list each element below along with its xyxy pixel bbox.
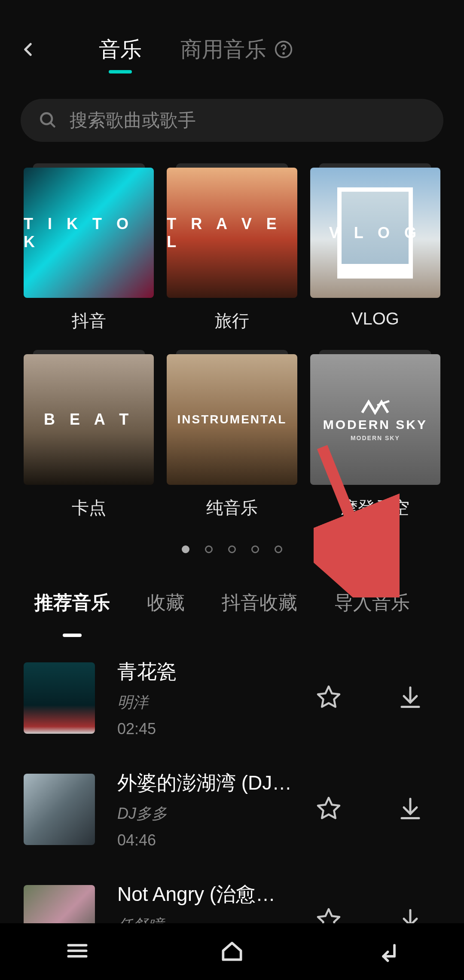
song-row[interactable]: 外婆的澎湖湾 (DJ版) DJ多多 04:46 bbox=[24, 770, 440, 849]
tab-commercial-wrap[interactable]: 商用音乐 bbox=[180, 35, 293, 64]
category-label: 摩登天空 bbox=[341, 496, 409, 520]
tab-favorites[interactable]: 收藏 bbox=[147, 590, 185, 616]
song-info: 青花瓷 明洋 02:45 bbox=[117, 658, 293, 738]
category-thumb: V L O G bbox=[310, 168, 440, 298]
category-modernsky[interactable]: MODERN SKY MODERN SKY 摩登天空 bbox=[310, 354, 440, 519]
tab-recommended[interactable]: 推荐音乐 bbox=[34, 590, 110, 616]
tab-import-music[interactable]: 导入音乐 bbox=[334, 590, 410, 616]
song-artist: DJ多多 bbox=[117, 803, 293, 824]
search-input[interactable] bbox=[70, 110, 426, 131]
category-grid: T I K T O K 抖音 T R A V E L 旅行 V L O G VL… bbox=[0, 159, 464, 520]
song-cover bbox=[24, 662, 95, 734]
category-label: 纯音乐 bbox=[206, 496, 258, 520]
svg-line-3 bbox=[51, 123, 54, 126]
song-artist: 明洋 bbox=[117, 692, 293, 713]
svg-point-1 bbox=[283, 53, 284, 54]
song-title: 青花瓷 bbox=[117, 658, 293, 685]
pager-dot[interactable] bbox=[182, 545, 189, 553]
search-icon bbox=[38, 110, 57, 131]
song-info: 外婆的澎湖湾 (DJ版) DJ多多 04:46 bbox=[117, 770, 293, 849]
top-tabs: 音乐 商用音乐 bbox=[99, 35, 293, 64]
system-nav-bar bbox=[0, 923, 464, 980]
list-tabs: 推荐音乐 收藏 抖音收藏 导入音乐 bbox=[0, 553, 464, 616]
category-thumb: MODERN SKY MODERN SKY bbox=[310, 354, 440, 484]
category-travel[interactable]: T R A V E L 旅行 bbox=[167, 168, 297, 333]
category-instrumental[interactable]: INSTRUMENTAL 纯音乐 bbox=[167, 354, 297, 519]
song-duration: 04:46 bbox=[117, 831, 293, 849]
header: 音乐 商用音乐 bbox=[0, 0, 464, 90]
category-label: 旅行 bbox=[215, 309, 249, 333]
nav-home-icon[interactable] bbox=[219, 937, 245, 966]
song-row[interactable]: 青花瓷 明洋 02:45 bbox=[24, 658, 440, 738]
search-bar[interactable] bbox=[21, 99, 443, 142]
download-icon[interactable] bbox=[397, 684, 423, 712]
song-list: 青花瓷 明洋 02:45 外婆的澎湖湾 (DJ版) DJ多多 04:46 bbox=[0, 616, 464, 961]
song-title: 外婆的澎湖湾 (DJ版) bbox=[117, 770, 293, 796]
category-thumb: B E A T bbox=[24, 354, 154, 484]
pager-dot[interactable] bbox=[251, 545, 259, 553]
favorite-icon[interactable] bbox=[316, 684, 342, 712]
nav-menu-icon[interactable] bbox=[64, 937, 91, 966]
category-tiktok[interactable]: T I K T O K 抖音 bbox=[24, 168, 154, 333]
category-thumb: INSTRUMENTAL bbox=[167, 354, 297, 484]
pager-dots bbox=[0, 545, 464, 553]
svg-marker-7 bbox=[318, 798, 339, 818]
pager-dot[interactable] bbox=[228, 545, 236, 553]
song-duration: 02:45 bbox=[117, 720, 293, 738]
help-icon[interactable] bbox=[274, 40, 293, 59]
tab-tiktok-favorites[interactable]: 抖音收藏 bbox=[222, 590, 297, 616]
favorite-icon[interactable] bbox=[316, 796, 342, 823]
download-icon[interactable] bbox=[397, 796, 423, 823]
pager-dot[interactable] bbox=[205, 545, 213, 553]
pager-dot[interactable] bbox=[275, 545, 282, 553]
category-label: VLOG bbox=[351, 309, 399, 328]
category-label: 抖音 bbox=[72, 309, 106, 333]
back-icon[interactable] bbox=[17, 39, 39, 60]
category-label: 卡点 bbox=[72, 496, 106, 520]
svg-marker-4 bbox=[318, 686, 339, 707]
nav-back-icon[interactable] bbox=[373, 937, 400, 966]
category-thumb: T R A V E L bbox=[167, 168, 297, 298]
category-beat[interactable]: B E A T 卡点 bbox=[24, 354, 154, 519]
category-vlog[interactable]: V L O G VLOG bbox=[310, 168, 440, 333]
tab-music[interactable]: 音乐 bbox=[99, 35, 142, 64]
category-thumb: T I K T O K bbox=[24, 168, 154, 298]
tab-commercial-label: 商用音乐 bbox=[180, 35, 266, 64]
song-title: Not Angry (治愈女… bbox=[117, 881, 293, 908]
song-cover bbox=[24, 774, 95, 845]
